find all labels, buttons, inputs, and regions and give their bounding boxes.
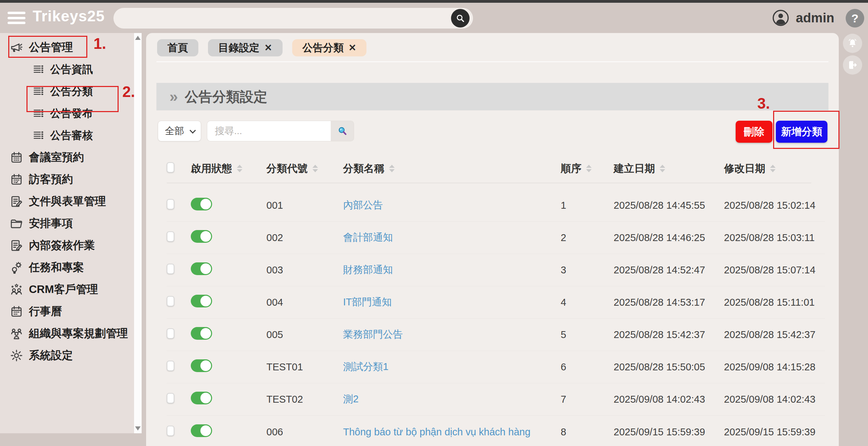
sidebar-item-announcement-management[interactable]: 公告管理 <box>0 36 134 58</box>
sidebar-item-scheduled-matters[interactable]: 安排事項 <box>0 213 134 235</box>
cell-order: 3 <box>561 264 614 276</box>
scroll-up-icon[interactable] <box>135 36 141 40</box>
column-header-order[interactable]: 順序 <box>561 162 614 176</box>
row-checkbox[interactable] <box>167 426 174 436</box>
column-header-name[interactable]: 分類名稱 <box>343 162 561 176</box>
sidebar-item-announcement-publish[interactable]: 公告發布 <box>0 102 134 124</box>
tab-bar: 首頁 目錄設定 ✕ 公告分類 ✕ <box>157 39 839 56</box>
enable-toggle[interactable] <box>191 424 212 437</box>
row-checkbox[interactable] <box>167 264 174 274</box>
sidebar-item-tasks-projects[interactable]: 任務和專案 <box>0 257 134 279</box>
global-search-input[interactable] <box>123 10 439 26</box>
category-name-link[interactable]: 業務部門公告 <box>343 329 403 340</box>
sidebar-item-crm-customer-management[interactable]: CRM客戶管理 <box>0 279 134 301</box>
table-header-divider <box>167 183 811 183</box>
sidebar-item-visitor-booking[interactable]: 訪客預約 <box>0 168 134 191</box>
sidebar-item-label: 文件與表單管理 <box>29 194 106 209</box>
column-header-modified[interactable]: 修改日期 <box>724 162 825 176</box>
user-name: admin <box>796 11 834 25</box>
gear-icon <box>10 349 23 362</box>
sidebar-item-label: 安排事項 <box>29 216 73 231</box>
sidebar-item-internal-approval[interactable]: 內部簽核作業 <box>0 235 134 257</box>
delete-button[interactable]: 刪除 <box>736 121 772 143</box>
column-header-code[interactable]: 分類代號 <box>266 162 343 176</box>
sort-icon <box>660 165 665 172</box>
enable-toggle[interactable] <box>191 392 212 404</box>
idea-gear-icon <box>10 261 23 274</box>
tab-label: 首頁 <box>167 41 188 55</box>
enable-toggle[interactable] <box>191 295 212 307</box>
crm-people-icon <box>10 283 23 296</box>
cell-modified: 2025/08/28 15:02:14 <box>724 200 825 211</box>
doc-pencil-icon <box>10 195 23 208</box>
cell-code: 001 <box>266 200 343 211</box>
cell-code: 004 <box>266 297 343 308</box>
category-name-link[interactable]: 測2 <box>343 393 359 404</box>
sidebar-item-announcement-category[interactable]: 公告分類 <box>0 80 134 102</box>
sidebar-item-system-settings[interactable]: 系統設定 <box>0 345 134 367</box>
enable-toggle[interactable] <box>191 198 212 210</box>
notifications-button[interactable] <box>843 34 862 53</box>
sidebar-item-document-form-management[interactable]: 文件與表單管理 <box>0 191 134 213</box>
enable-toggle[interactable] <box>191 327 212 340</box>
cell-created: 2025/09/08 14:02:43 <box>614 394 724 405</box>
scroll-down-icon[interactable] <box>135 426 141 431</box>
logout-button[interactable] <box>843 55 862 75</box>
table-search-input[interactable] <box>207 121 331 141</box>
sidebar-item-label: 訪客預約 <box>29 172 73 187</box>
column-header-enabled[interactable]: 啟用狀態 <box>191 162 266 176</box>
cell-code: 003 <box>266 264 343 276</box>
row-checkbox[interactable] <box>167 199 174 209</box>
search-icon <box>337 125 348 137</box>
row-checkbox[interactable] <box>167 296 174 306</box>
category-name-link[interactable]: 財務部通知 <box>343 264 393 275</box>
org-people-icon <box>10 327 23 340</box>
sidebar-item-meeting-room-booking[interactable]: 會議室預約 <box>0 146 134 168</box>
category-name-link[interactable]: Thông báo từ bộ phận dịch vụ khách hàng <box>343 426 530 437</box>
sidebar-scrollbar[interactable] <box>134 33 142 433</box>
sidebar-item-label: 系統設定 <box>29 348 73 363</box>
category-name-link[interactable]: 內部公告 <box>343 199 383 210</box>
tab-home[interactable]: 首頁 <box>157 39 198 56</box>
cell-created: 2025/08/28 15:50:05 <box>614 361 724 373</box>
enable-toggle[interactable] <box>191 359 212 372</box>
help-button[interactable]: ? <box>846 9 864 28</box>
sort-icon <box>312 165 318 172</box>
tab-directory-settings[interactable]: 目錄設定 ✕ <box>208 39 283 56</box>
list-icon <box>32 129 45 142</box>
category-name-link[interactable]: 測試分類1 <box>343 361 388 372</box>
table-search <box>207 121 354 141</box>
logout-icon <box>847 59 858 70</box>
sidebar-item-calendar[interactable]: 行事曆 <box>0 301 134 323</box>
tab-announcement-category[interactable]: 公告分類 ✕ <box>292 39 367 56</box>
enable-toggle[interactable] <box>191 262 212 275</box>
add-category-button[interactable]: 新增分類 <box>776 121 827 143</box>
tab-close-icon[interactable]: ✕ <box>349 42 356 53</box>
cell-order: 2 <box>561 232 614 243</box>
sidebar-item-announcement-review[interactable]: 公告審核 <box>0 124 134 146</box>
enable-toggle[interactable] <box>191 230 212 243</box>
category-name-link[interactable]: IT部門通知 <box>343 296 392 307</box>
bell-icon <box>847 38 858 49</box>
row-checkbox[interactable] <box>167 231 174 242</box>
category-name-link[interactable]: 會計部通知 <box>343 232 393 243</box>
sidebar-item-announcement-info[interactable]: 公告資訊 <box>0 58 134 80</box>
user-menu[interactable]: admin <box>772 9 834 27</box>
hamburger-menu-icon[interactable] <box>8 10 25 26</box>
row-checkbox[interactable] <box>167 361 174 371</box>
toolbar: 全部 刪除 新增分類 <box>146 121 839 143</box>
table-search-button[interactable] <box>331 121 354 141</box>
tab-close-icon[interactable]: ✕ <box>264 42 272 53</box>
sidebar-item-org-project-planning[interactable]: 組織與專案規劃管理 <box>0 323 134 345</box>
main-content: 首頁 目錄設定 ✕ 公告分類 ✕ » 公告分類設定 全部 <box>146 33 839 446</box>
sidebar-item-label: 會議室預約 <box>29 150 84 165</box>
sidebar-item-label: 行事曆 <box>29 304 62 319</box>
cell-code: TEST02 <box>266 394 343 405</box>
select-all-checkbox[interactable] <box>167 162 174 173</box>
row-checkbox[interactable] <box>167 393 174 403</box>
filter-dropdown[interactable]: 全部 <box>158 121 201 141</box>
row-checkbox[interactable] <box>167 328 174 339</box>
column-header-created[interactable]: 建立日期 <box>614 162 724 176</box>
page-title: 公告分類設定 <box>185 87 267 106</box>
global-search-button[interactable] <box>451 9 470 28</box>
